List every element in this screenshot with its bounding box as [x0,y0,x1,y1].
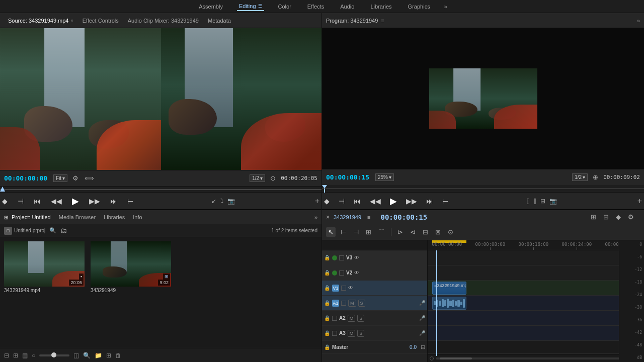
program-step-back-button[interactable]: ⊣ [337,196,347,206]
nav-item-editing[interactable]: Editing ☰ [237,2,264,11]
tl-tool-snap[interactable]: ⊞ [589,212,598,222]
tl-playhead[interactable] [436,250,437,356]
program-step-frame-fwd-button[interactable]: ▶▶ [404,196,419,206]
track-toggle-v2[interactable] [332,270,337,276]
track-lock-master[interactable]: 🔒 [324,344,330,350]
source-fit-dropdown[interactable]: Fit ▾ [53,174,67,182]
track-mic-a2[interactable]: 🎤 [419,315,425,321]
source-scrubber[interactable] [0,186,321,192]
nav-item-audio[interactable]: Audio [338,3,356,11]
nav-more-button[interactable]: » [444,4,447,10]
track-sync-v2[interactable] [339,270,344,276]
program-scrubber-head[interactable] [322,185,327,193]
track-lock-v3[interactable]: 🔒 [324,255,330,260]
tab-source[interactable]: Source: 343291949.mp4 × [4,16,77,26]
tab-audio-clip-mixer[interactable]: Audio Clip Mixer: 343291949 [124,16,203,26]
program-timecode[interactable]: 00:00:00:15 [326,173,371,181]
tl-tool-settings[interactable]: ⚙ [626,212,636,222]
tl-overwrite-tool[interactable]: ⊲ [408,227,418,237]
nav-item-color[interactable]: Color [276,3,293,11]
track-mute-a1[interactable]: M [348,300,356,307]
tl-extract-tool[interactable]: ⊠ [433,227,443,237]
tl-tool-marker[interactable]: ◆ [614,212,623,222]
tl-scroll-left[interactable] [430,356,434,360]
program-scrubber[interactable] [322,185,644,192]
footer-filmstrip2-icon[interactable]: ◫ [73,352,79,359]
track-mute-a3[interactable]: M [348,330,356,337]
tab-libraries[interactable]: Libraries [104,213,125,221]
track-sync-v3[interactable] [339,255,344,260]
source-timecode[interactable]: 00:00:00:00 [4,174,49,182]
master-fader-icon[interactable]: ⊟ [421,344,425,350]
track-sync-a2[interactable] [332,316,337,321]
tl-camera-tool[interactable]: ⊙ [446,227,455,237]
tab-project[interactable]: ⊞ Project: Untitled [4,213,51,221]
footer-size-slider[interactable] [39,354,69,356]
source-goto-out-button[interactable]: ⏭ [108,196,119,206]
timeline-menu-button[interactable]: ≡ [367,214,370,220]
track-sync-a1[interactable] [341,301,346,306]
tl-trim-tool[interactable]: ⊞ [364,227,373,237]
track-mic-a1[interactable]: 🎤 [419,300,425,306]
source-step-frame-back-button[interactable]: ◀◀ [49,196,64,206]
source-camera-icon[interactable]: ⊙ [269,173,277,183]
track-select-v1[interactable]: V1 [332,285,339,292]
tl-razor-tool[interactable]: ⊢ [339,227,348,237]
track-mic-a3[interactable]: 🎤 [419,330,425,336]
footer-search2-icon[interactable]: 🔍 [83,352,91,359]
source-ratio-dropdown[interactable]: 1/2 ▾ [250,174,265,182]
program-step-frame-back-button[interactable]: ◀◀ [368,196,383,206]
nav-item-effects[interactable]: Effects [305,3,326,11]
track-sync-v1[interactable] [341,286,346,291]
track-eye-v2[interactable]: 👁 [354,270,359,276]
track-mute-a2[interactable]: M [348,315,356,322]
track-select-a1[interactable]: A1 [332,300,339,307]
track-lock-a2[interactable]: 🔒 [324,315,330,321]
track-solo-a1[interactable]: S [358,300,365,307]
source-arrows-button[interactable]: ⟺ [84,173,95,183]
nav-item-libraries[interactable]: Libraries [368,3,393,11]
tab-metadata[interactable]: Metadata [204,16,235,26]
source-export-frame-button[interactable]: 📷 [227,198,235,205]
footer-settings-icon[interactable]: ⊞ [106,352,111,359]
tab-info[interactable]: Info [133,213,142,221]
timeline-close-button[interactable]: × [326,214,330,221]
tab-effect-controls[interactable]: Effect Controls [78,16,123,26]
track-sync-a3[interactable] [332,331,337,336]
tl-horizontal-scrollbar[interactable] [436,357,636,359]
footer-delete-icon[interactable]: 🗑 [115,352,121,359]
media-item-2[interactable]: ⊞ 9:02 343291949 [91,241,171,344]
tl-insert-tool[interactable]: ⊳ [395,227,405,237]
source-insert-button[interactable]: ↙ [211,198,216,205]
footer-grid-icon[interactable]: ⊞ [13,352,18,359]
project-expand-button[interactable]: » [314,214,317,220]
media-item-1[interactable]: ▪ 20:05 343291949.mp4 [4,241,85,344]
track-lock-a3[interactable]: 🔒 [324,330,330,336]
timeline-timecode[interactable]: 00:00:00:15 [381,213,428,221]
program-trim-button[interactable]: ⊟ [540,198,545,205]
program-add-button[interactable]: + [637,197,644,206]
tl-lift-tool[interactable]: ⊟ [421,227,430,237]
program-zoom-icon[interactable]: ⊕ [592,172,599,182]
nav-item-graphics[interactable]: Graphics [406,3,432,11]
project-new-bin-button[interactable]: 🗂 [60,227,67,234]
program-expand-button[interactable]: » [637,18,640,24]
program-lift-button[interactable]: ⟦ [526,198,529,205]
source-wrench-button[interactable]: ⚙ [71,173,79,183]
track-lock-v1[interactable]: 🔒 [324,285,330,291]
source-add-marker-button[interactable]: ◆ [0,196,10,206]
tab-media-browser[interactable]: Media Browser [59,213,96,221]
footer-metadata-icon[interactable]: ○ [32,352,35,359]
footer-list-icon[interactable]: ⊟ [4,352,9,359]
program-add-marker-button[interactable]: ◆ [322,196,332,206]
track-solo-a2[interactable]: S [357,315,364,322]
tl-pen-tool[interactable]: ⌒ [376,227,387,238]
program-extract-button[interactable]: ⟧ [533,198,536,205]
tl-tool-link[interactable]: ⊟ [601,212,611,222]
footer-folder-icon[interactable]: 📁 [95,352,102,359]
source-add-button[interactable]: + [315,197,321,206]
program-play-button[interactable]: ▶ [388,195,399,208]
nav-item-assembly[interactable]: Assembly [197,3,225,11]
footer-filmstrip-icon[interactable]: ▤ [22,352,28,359]
program-ratio-dropdown[interactable]: 1/2 ▾ [572,173,588,181]
